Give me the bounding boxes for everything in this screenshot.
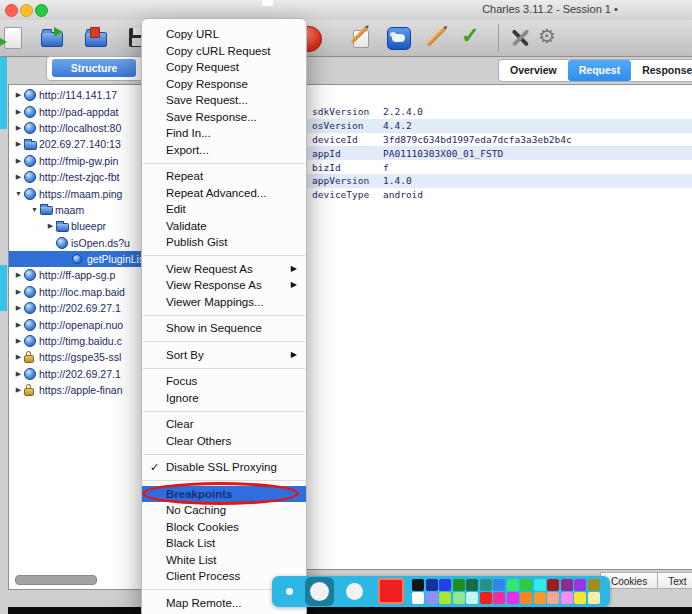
open-session-icon[interactable]: [40, 25, 66, 51]
menu-item-repeat-advanced[interactable]: Repeat Advanced...: [142, 185, 306, 202]
disclosure-triangle-icon[interactable]: ▶: [13, 91, 24, 99]
color-swatch[interactable]: [493, 592, 505, 604]
color-swatch[interactable]: [466, 592, 478, 604]
menu-item-clear-others[interactable]: Clear Others: [142, 433, 306, 450]
disclosure-triangle-icon[interactable]: ▼: [29, 206, 40, 213]
color-swatch[interactable]: [453, 579, 465, 591]
menu-item-publish-gist[interactable]: Publish Gist: [142, 234, 306, 251]
brush-size-large-button[interactable]: [305, 577, 334, 606]
color-swatch[interactable]: [561, 579, 573, 591]
tree-item-label: https://apple-finan: [39, 384, 122, 396]
tools-icon[interactable]: [508, 25, 534, 51]
menu-item-repeat[interactable]: Repeat: [142, 168, 306, 185]
color-swatch[interactable]: [480, 592, 492, 604]
menu-item-no-caching[interactable]: No Caching: [142, 502, 306, 519]
disclosure-triangle-icon[interactable]: ▶: [13, 271, 24, 279]
disclosure-triangle-icon[interactable]: ▶: [13, 173, 24, 181]
menu-item-export[interactable]: Export...: [142, 142, 306, 159]
disclosure-triangle-icon[interactable]: ▶: [13, 108, 24, 116]
color-swatch[interactable]: [480, 579, 492, 591]
brush-size-small-button[interactable]: [286, 588, 293, 595]
menu-item-white-list[interactable]: White List: [142, 552, 306, 569]
color-swatch[interactable]: [588, 592, 600, 604]
color-swatch[interactable]: [561, 592, 573, 604]
disclosure-triangle-icon[interactable]: ▶: [13, 157, 24, 165]
tab-response[interactable]: Response: [631, 60, 692, 81]
color-swatch[interactable]: [534, 592, 546, 604]
compose-request-icon[interactable]: [348, 25, 374, 51]
color-swatch[interactable]: [588, 579, 600, 591]
menu-item-copy-url[interactable]: Copy URL: [142, 26, 306, 43]
color-swatch[interactable]: [426, 579, 438, 591]
menu-item-save-response[interactable]: Save Response...: [142, 109, 306, 126]
color-swatch[interactable]: [574, 579, 586, 591]
disclosure-triangle-icon[interactable]: ▶: [45, 222, 56, 230]
color-swatch[interactable]: [439, 592, 451, 604]
disclosure-triangle-icon[interactable]: ▶: [13, 337, 24, 345]
color-swatch[interactable]: [520, 579, 532, 591]
menu-item-view-response-as[interactable]: View Response As▶: [142, 277, 306, 294]
color-swatch[interactable]: [493, 579, 505, 591]
color-swatch[interactable]: [412, 579, 424, 591]
submenu-arrow-icon: ▶: [291, 277, 297, 294]
edit-pencil-icon[interactable]: [424, 25, 450, 51]
disclosure-triangle-icon[interactable]: ▶: [13, 140, 24, 148]
menu-item-sort-by[interactable]: Sort By▶: [142, 347, 306, 364]
color-swatch[interactable]: [453, 592, 465, 604]
validate-icon[interactable]: ✓: [460, 25, 486, 51]
color-swatch[interactable]: [547, 592, 559, 604]
brush-size-medium-button[interactable]: [346, 583, 363, 600]
menu-item-find-in[interactable]: Find In...: [142, 125, 306, 142]
menu-item-focus[interactable]: Focus: [142, 373, 306, 390]
menu-item-validate[interactable]: Validate: [142, 218, 306, 235]
menu-item-disable-ssl-proxying[interactable]: ✓Disable SSL Proxying: [142, 459, 306, 476]
throttle-icon[interactable]: [386, 25, 412, 51]
menu-item-viewer-mappings[interactable]: Viewer Mappings...: [142, 294, 306, 311]
color-swatch[interactable]: [439, 579, 451, 591]
import-session-icon[interactable]: [84, 25, 110, 51]
new-session-icon[interactable]: [1, 25, 27, 51]
menu-item-copy-response[interactable]: Copy Response: [142, 76, 306, 93]
subtab-text[interactable]: Text: [657, 572, 692, 589]
color-swatch[interactable]: [426, 592, 438, 604]
menu-item-label: Repeat: [166, 170, 203, 182]
color-swatch[interactable]: [520, 592, 532, 604]
disclosure-triangle-icon[interactable]: ▼: [13, 190, 24, 197]
disclosure-triangle-icon[interactable]: ▶: [13, 370, 24, 378]
color-swatch[interactable]: [507, 592, 519, 604]
tab-structure[interactable]: Structure: [52, 59, 136, 77]
color-swatch[interactable]: [412, 592, 424, 604]
disclosure-triangle-icon[interactable]: ▶: [13, 288, 24, 296]
horizontal-scrollbar[interactable]: [15, 575, 97, 585]
color-swatch[interactable]: [574, 592, 586, 604]
menu-item-ignore[interactable]: Ignore: [142, 390, 306, 407]
current-color-swatch[interactable]: [378, 578, 404, 604]
disclosure-triangle-icon[interactable]: ▶: [13, 386, 24, 394]
disclosure-triangle-icon[interactable]: ▶: [13, 124, 24, 132]
menu-item-breakpoints[interactable]: Breakpoints: [142, 486, 306, 503]
menu-item-show-in-sequence[interactable]: Show in Sequence: [142, 320, 306, 337]
zoom-window-button[interactable]: [35, 4, 48, 17]
menu-item-save-request[interactable]: Save Request...: [142, 92, 306, 109]
disclosure-triangle-icon[interactable]: ▶: [13, 304, 24, 312]
menu-item-block-cookies[interactable]: Block Cookies: [142, 519, 306, 536]
color-swatch[interactable]: [466, 579, 478, 591]
menu-item-black-list[interactable]: Black List: [142, 535, 306, 552]
color-swatch[interactable]: [534, 579, 546, 591]
close-window-button[interactable]: [5, 4, 18, 17]
settings-gear-icon[interactable]: ⚙: [538, 25, 564, 51]
disclosure-triangle-icon[interactable]: ▶: [13, 321, 24, 329]
menu-item-copy-curl-request[interactable]: Copy cURL Request: [142, 43, 306, 60]
menu-item-label: Ignore: [166, 392, 199, 404]
header-value: 3fd879c634bd1997eda7dcfa3a3eb2b4c: [383, 134, 692, 145]
color-swatch[interactable]: [547, 579, 559, 591]
menu-item-view-request-as[interactable]: View Request As▶: [142, 261, 306, 278]
menu-item-clear[interactable]: Clear: [142, 416, 306, 433]
tab-overview[interactable]: Overview: [499, 60, 568, 81]
minimize-window-button[interactable]: [20, 4, 33, 17]
menu-item-edit[interactable]: Edit: [142, 201, 306, 218]
menu-item-copy-request[interactable]: Copy Request: [142, 59, 306, 76]
color-swatch[interactable]: [507, 579, 519, 591]
tab-request[interactable]: Request: [568, 60, 631, 81]
disclosure-triangle-icon[interactable]: ▶: [13, 353, 24, 361]
